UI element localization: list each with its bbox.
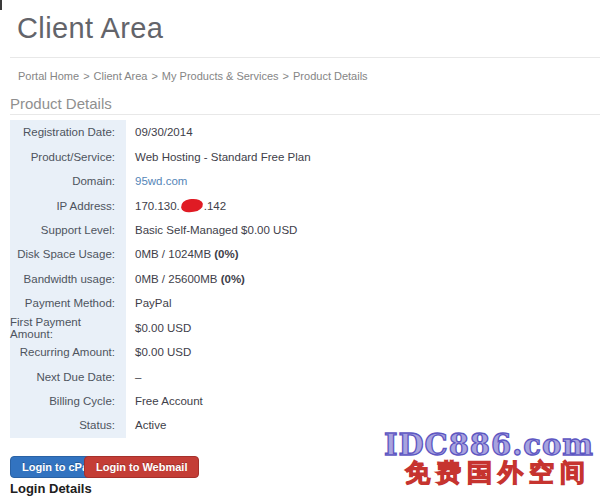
row-value: 0MB / 1024MB (0%) (126, 248, 239, 260)
row-value: $0.00 USD (126, 346, 191, 358)
bandwidth-usage-percent: (0%) (221, 273, 245, 285)
row-label: Domain: (10, 169, 126, 193)
ip-redaction-scribble (180, 198, 203, 213)
row-label: Product/Service: (10, 144, 126, 168)
table-row-registration-date: Registration Date: 09/30/2014 (10, 120, 590, 144)
table-row-next-due-date: Next Due Date: – (10, 364, 590, 388)
table-row-disk-space-usage: Disk Space Usage: 0MB / 1024MB (0%) (10, 242, 590, 266)
row-label: Support Level: (10, 218, 126, 242)
breadcrumb-my-products[interactable]: My Products & Services (162, 70, 279, 82)
row-label: Billing Cycle: (10, 389, 126, 413)
table-row-recurring-amount: Recurring Amount: $0.00 USD (10, 340, 590, 364)
table-row-bandwidth-usage: Bandwidth usage: 0MB / 25600MB (0%) (10, 267, 590, 291)
status-value: Active (126, 419, 166, 431)
breadcrumb-separator: > (147, 70, 161, 82)
breadcrumb-client-area[interactable]: Client Area (94, 70, 148, 82)
row-label: First Payment Amount: (10, 316, 126, 340)
row-value: 0MB / 25600MB (0%) (126, 273, 245, 285)
row-label: Registration Date: (10, 120, 126, 144)
ip-prefix: 170.130. (135, 200, 180, 212)
row-label: IP Address: (10, 193, 126, 217)
row-value: – (126, 371, 141, 383)
login-details-title: Login Details (10, 481, 92, 496)
row-label: Disk Space Usage: (10, 242, 126, 266)
product-details-table: Registration Date: 09/30/2014 Product/Se… (10, 120, 590, 438)
screen-corner-artifact (0, 0, 2, 10)
row-value: $0.00 USD (126, 322, 191, 334)
row-label: Recurring Amount: (10, 340, 126, 364)
table-row-first-payment-amount: First Payment Amount: $0.00 USD (10, 316, 590, 340)
login-to-webmail-button[interactable]: Login to Webmail (84, 456, 199, 478)
row-value: 170.130. .142 (126, 199, 226, 212)
row-label: Payment Method: (10, 291, 126, 315)
breadcrumb: Portal Home>Client Area>My Products & Se… (18, 70, 368, 82)
watermark-chinese-text: 免费国外空间 (405, 456, 591, 489)
row-label: Next Due Date: (10, 364, 126, 388)
row-value: 09/30/2014 (126, 126, 193, 138)
breadcrumb-separator: > (279, 70, 293, 82)
ip-suffix: .142 (204, 200, 226, 212)
row-label: Bandwidth usage: (10, 267, 126, 291)
row-value: PayPal (126, 297, 171, 309)
page-title: Client Area (17, 12, 163, 45)
table-row-support-level: Support Level: Basic Self-Managed $0.00 … (10, 218, 590, 242)
header-divider (10, 57, 600, 58)
table-row-billing-cycle: Billing Cycle: Free Account (10, 389, 590, 413)
section-divider (10, 114, 600, 115)
breadcrumb-separator: > (79, 70, 93, 82)
table-row-product-service: Product/Service: Web Hosting - Standard … (10, 144, 590, 168)
breadcrumb-product-details: Product Details (293, 70, 368, 82)
row-value: Basic Self-Managed $0.00 USD (126, 224, 297, 236)
row-value: Web Hosting - Standard Free Plan (126, 151, 311, 163)
row-label: Status: (10, 413, 126, 437)
disk-usage-text: 0MB / 1024MB (135, 248, 211, 260)
section-title-product-details: Product Details (10, 95, 112, 112)
disk-usage-percent: (0%) (214, 248, 238, 260)
bandwidth-usage-text: 0MB / 25600MB (135, 273, 217, 285)
table-row-ip-address: IP Address: 170.130. .142 (10, 193, 590, 217)
row-value: Free Account (126, 395, 203, 407)
client-area-page: Client Area Portal Home>Client Area>My P… (0, 0, 600, 498)
breadcrumb-portal-home[interactable]: Portal Home (18, 70, 79, 82)
table-row-payment-method: Payment Method: PayPal (10, 291, 590, 315)
table-row-domain: Domain: 95wd.com (10, 169, 590, 193)
row-value: 95wd.com (126, 175, 187, 187)
domain-link[interactable]: 95wd.com (135, 175, 187, 187)
